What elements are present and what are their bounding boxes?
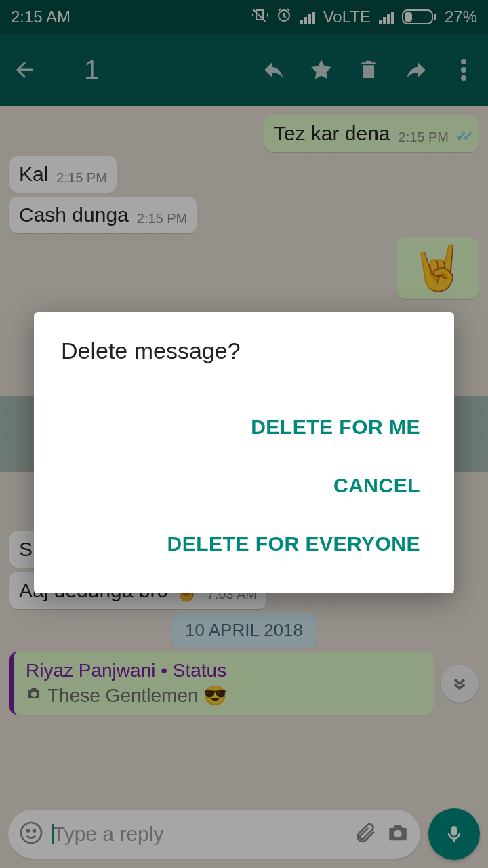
delete-for-everyone-button[interactable]: DELETE FOR EVERYONE [61,515,427,573]
dialog-title: Delete message? [61,338,427,364]
delete-dialog: Delete message? DELETE FOR ME CANCEL DEL… [34,312,454,593]
delete-for-me-button[interactable]: DELETE FOR ME [61,398,427,456]
cancel-button[interactable]: CANCEL [61,456,427,515]
